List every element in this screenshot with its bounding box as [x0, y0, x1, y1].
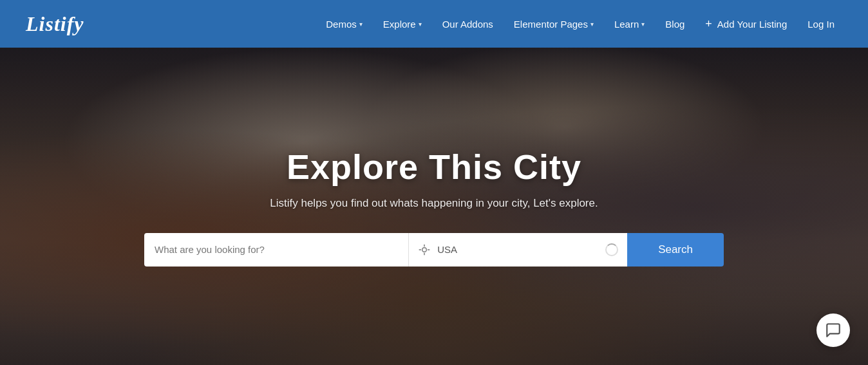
nav-link-blog[interactable]: Blog — [657, 14, 692, 35]
nav-link-elementor[interactable]: Elementor Pages ▾ — [506, 14, 601, 35]
nav-item-add-listing[interactable]: Add Your Listing — [697, 12, 795, 36]
search-button[interactable]: Search — [627, 233, 724, 267]
crosshair-icon — [418, 243, 431, 256]
nav-item-demos[interactable]: Demos ▾ — [318, 14, 370, 35]
search-input[interactable] — [155, 244, 398, 255]
search-input-container — [144, 233, 408, 267]
hero-subtitle: Listify helps you find out whats happeni… — [0, 197, 868, 210]
svg-point-0 — [422, 247, 427, 252]
chevron-down-icon: ▾ — [419, 21, 422, 28]
chat-bubble-button[interactable] — [816, 314, 850, 347]
nav-item-learn[interactable]: Learn ▾ — [607, 14, 652, 35]
hero-title: Explore This City — [0, 147, 868, 187]
nav-item-blog[interactable]: Blog — [657, 14, 692, 35]
nav-link-explore[interactable]: Explore ▾ — [375, 14, 429, 35]
navbar: Listify Demos ▾ Explore ▾ Our Addons Ele… — [0, 0, 868, 48]
hero-section: Explore This City Listify helps you find… — [0, 48, 868, 365]
nav-link-demos[interactable]: Demos ▾ — [318, 14, 370, 35]
chat-icon — [825, 322, 842, 339]
chevron-down-icon: ▾ — [359, 21, 363, 28]
logo[interactable]: Listify — [26, 12, 84, 36]
nav-link-login[interactable]: Log In — [800, 14, 842, 35]
nav-link-learn[interactable]: Learn ▾ — [607, 14, 652, 35]
location-input[interactable] — [437, 244, 599, 255]
search-bar: Search — [144, 233, 724, 267]
nav-item-elementor[interactable]: Elementor Pages ▾ — [506, 14, 601, 35]
nav-item-login[interactable]: Log In — [800, 14, 842, 35]
nav-item-explore[interactable]: Explore ▾ — [375, 14, 429, 35]
loading-spinner — [605, 243, 618, 256]
chevron-down-icon: ▾ — [641, 21, 645, 28]
chevron-down-icon: ▾ — [590, 21, 594, 28]
nav-link-addons[interactable]: Our Addons — [435, 14, 501, 35]
nav-links: Demos ▾ Explore ▾ Our Addons Elementor P… — [318, 12, 842, 36]
hero-content: Explore This City Listify helps you find… — [0, 147, 868, 267]
location-input-container — [408, 233, 627, 267]
nav-link-add-listing[interactable]: Add Your Listing — [697, 12, 795, 36]
nav-item-addons[interactable]: Our Addons — [435, 14, 501, 35]
